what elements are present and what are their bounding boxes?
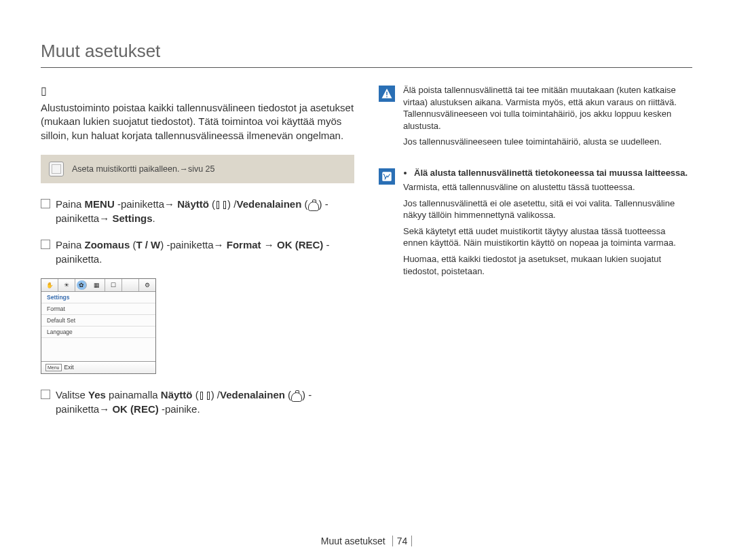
step-text: Paina bbox=[56, 239, 85, 250]
step-text: Valitse bbox=[56, 389, 88, 400]
screenshot-tabs: ✋ ☀ ✿ ▦ ☐ ⚙ bbox=[41, 279, 155, 292]
step-text: ) -painiketta→ bbox=[160, 239, 223, 250]
svg-rect-2 bbox=[386, 96, 388, 98]
screenshot-row: Language bbox=[41, 326, 155, 338]
step-text: → bbox=[261, 239, 277, 250]
subheading-placeholder: ▯ bbox=[41, 84, 354, 97]
card-icon bbox=[49, 162, 64, 176]
info-block: Älä alusta tallennusvälinettä tietokonee… bbox=[379, 167, 692, 281]
screenshot-tab-active: ✿ bbox=[77, 280, 87, 290]
page-number: 74 bbox=[392, 536, 413, 546]
display-icon bbox=[199, 392, 211, 400]
step-3: Valitse Yes painamalla Näyttö () /Vedena… bbox=[41, 388, 354, 416]
warning-text-2: Jos tallennusvälineeseen tulee toimintah… bbox=[403, 136, 692, 148]
info-icon bbox=[379, 168, 395, 185]
step-text: -painike. bbox=[159, 403, 200, 415]
warning-text-1: Älä poista tallennusvälinettä tai tee mi… bbox=[403, 84, 692, 132]
step-text: OK (REC) bbox=[277, 239, 323, 250]
steps-list: Paina MENU -painiketta→ Näyttö () /Veden… bbox=[41, 197, 354, 266]
step-text: painamalla bbox=[106, 389, 161, 400]
steps-list-2: Valitse Yes painamalla Näyttö () /Vedena… bbox=[41, 388, 354, 416]
step-text: Näyttö bbox=[177, 198, 209, 210]
info-bullet-text: Älä alusta tallennusvälinettä tietokonee… bbox=[414, 168, 688, 178]
step-text: Paina bbox=[56, 198, 85, 210]
step-text: OK (REC) bbox=[112, 403, 158, 415]
step-text: Yes bbox=[88, 389, 106, 400]
screenshot-row: Format bbox=[41, 303, 155, 315]
note-text: Aseta muistikortti paikalleen.→sivu 25 bbox=[72, 164, 215, 174]
screenshot-tab: ☐ bbox=[105, 279, 122, 291]
title-rule bbox=[41, 67, 692, 68]
step-text: . bbox=[153, 212, 155, 224]
warning-icon bbox=[379, 86, 395, 102]
left-column: ▯ Alustustoiminto poistaa kaikki tallenn… bbox=[41, 84, 354, 428]
screenshot-heading: Settings bbox=[41, 292, 155, 303]
info-text: Sekä käytetyt että uudet muistikortit tä… bbox=[403, 225, 692, 249]
screenshot-tab: ⚙ bbox=[139, 279, 155, 291]
info-bullet: Älä alusta tallennusvälinettä tietokonee… bbox=[414, 167, 692, 179]
screenshot-tab: ✋ bbox=[41, 279, 58, 291]
underwater-icon bbox=[291, 392, 302, 402]
right-column: Älä poista tallennusvälinettä tai tee mi… bbox=[379, 84, 692, 428]
display-icon bbox=[215, 201, 227, 209]
intro-paragraph: Alustustoiminto poistaa kaikki tallennus… bbox=[41, 101, 354, 143]
screenshot-row: Default Set bbox=[41, 315, 155, 326]
page-title: Muut asetukset bbox=[41, 41, 692, 62]
screenshot-footer: Menu Exit bbox=[41, 361, 155, 373]
warning-block: Älä poista tallennusvälinettä tai tee mi… bbox=[379, 84, 692, 152]
step-text: Vedenalainen bbox=[220, 389, 285, 400]
step-text: Näyttö bbox=[161, 389, 193, 400]
page-footer: Muut asetukset 74 bbox=[0, 536, 733, 546]
step-1: Paina MENU -painiketta→ Näyttö () /Veden… bbox=[41, 197, 354, 225]
svg-rect-1 bbox=[386, 92, 388, 95]
step-text: -painiketta→ bbox=[115, 198, 178, 210]
note-box: Aseta muistikortti paikalleen.→sivu 25 bbox=[41, 155, 354, 183]
screenshot-exit-label: Exit bbox=[64, 364, 74, 371]
info-text: Jos tallennusvälinettä ei ole asetettu, … bbox=[403, 198, 692, 221]
step-text: Vedenalainen bbox=[236, 198, 301, 210]
screenshot-tab: ▦ bbox=[88, 279, 105, 291]
step-marker-icon bbox=[41, 390, 50, 399]
step-marker-icon bbox=[41, 240, 50, 249]
screenshot-tab bbox=[122, 279, 139, 291]
step-2: Paina Zoomaus (T / W) -painiketta→ Forma… bbox=[41, 238, 354, 266]
screenshot-tab: ☀ bbox=[58, 279, 75, 291]
footer-section-label: Muut asetukset bbox=[321, 536, 386, 546]
step-marker-icon bbox=[41, 199, 50, 208]
step-text: Settings bbox=[112, 212, 152, 224]
step-text: MENU bbox=[85, 198, 115, 210]
underwater-icon bbox=[308, 202, 319, 211]
step-text: / bbox=[214, 389, 220, 400]
step-text: T / W bbox=[136, 239, 160, 250]
info-text: Huomaa, että kaikki tiedostot ja asetuks… bbox=[403, 253, 692, 277]
info-text: Varmista, että tallennusväline on aluste… bbox=[403, 181, 692, 193]
step-text: Zoomaus bbox=[85, 239, 130, 250]
ui-screenshot: ✋ ☀ ✿ ▦ ☐ ⚙ Settings Format Default Set … bbox=[41, 278, 156, 374]
screenshot-menu-button: Menu bbox=[45, 364, 62, 371]
step-text: Format bbox=[227, 239, 261, 250]
